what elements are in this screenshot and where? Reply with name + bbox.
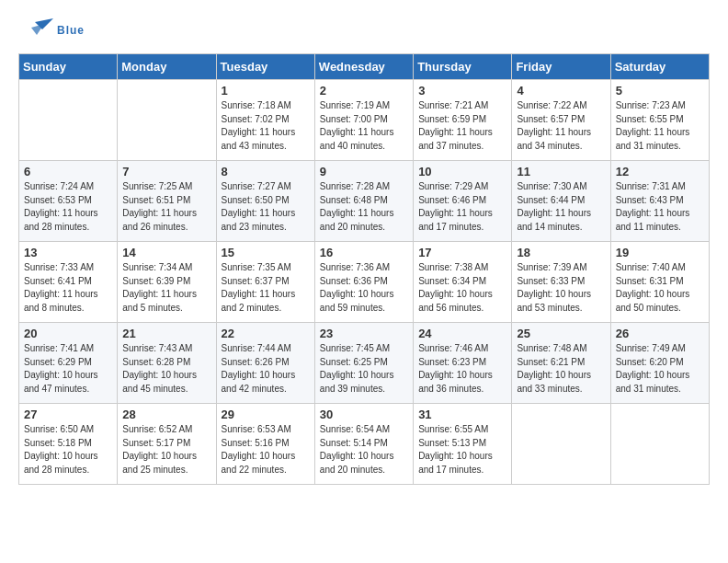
day-cell bbox=[118, 80, 216, 161]
day-cell: 20Sunrise: 7:41 AM Sunset: 6:29 PM Dayli… bbox=[19, 323, 118, 404]
day-info: Sunrise: 7:28 AM Sunset: 6:48 PM Dayligh… bbox=[320, 180, 408, 234]
svg-marker-1 bbox=[31, 24, 44, 35]
day-cell: 1Sunrise: 7:18 AM Sunset: 7:02 PM Daylig… bbox=[216, 80, 314, 161]
week-row-2: 6Sunrise: 7:24 AM Sunset: 6:53 PM Daylig… bbox=[19, 161, 710, 242]
weekday-header-saturday: Saturday bbox=[610, 54, 709, 80]
day-info: Sunrise: 7:22 AM Sunset: 6:57 PM Dayligh… bbox=[517, 99, 605, 153]
day-number: 25 bbox=[517, 327, 605, 340]
day-cell: 18Sunrise: 7:39 AM Sunset: 6:33 PM Dayli… bbox=[512, 242, 610, 323]
weekday-header-sunday: Sunday bbox=[19, 54, 118, 80]
day-number: 4 bbox=[517, 84, 605, 98]
day-info: Sunrise: 7:36 AM Sunset: 6:36 PM Dayligh… bbox=[320, 261, 408, 315]
logo: Blue bbox=[18, 18, 85, 44]
day-info: Sunrise: 7:24 AM Sunset: 6:53 PM Dayligh… bbox=[24, 180, 112, 234]
day-cell: 4Sunrise: 7:22 AM Sunset: 6:57 PM Daylig… bbox=[512, 80, 610, 161]
day-cell: 8Sunrise: 7:27 AM Sunset: 6:50 PM Daylig… bbox=[216, 161, 314, 242]
week-row-4: 20Sunrise: 7:41 AM Sunset: 6:29 PM Dayli… bbox=[19, 323, 710, 404]
logo-icon bbox=[18, 18, 53, 44]
day-info: Sunrise: 6:55 AM Sunset: 5:13 PM Dayligh… bbox=[418, 423, 506, 477]
day-cell: 27Sunrise: 6:50 AM Sunset: 5:18 PM Dayli… bbox=[19, 404, 118, 485]
day-info: Sunrise: 7:34 AM Sunset: 6:39 PM Dayligh… bbox=[122, 261, 210, 315]
day-info: Sunrise: 7:29 AM Sunset: 6:46 PM Dayligh… bbox=[418, 180, 506, 234]
day-info: Sunrise: 6:50 AM Sunset: 5:18 PM Dayligh… bbox=[24, 423, 112, 477]
calendar-table: SundayMondayTuesdayWednesdayThursdayFrid… bbox=[18, 53, 710, 485]
day-cell: 14Sunrise: 7:34 AM Sunset: 6:39 PM Dayli… bbox=[118, 242, 216, 323]
day-cell: 9Sunrise: 7:28 AM Sunset: 6:48 PM Daylig… bbox=[314, 161, 413, 242]
day-info: Sunrise: 7:40 AM Sunset: 6:31 PM Dayligh… bbox=[616, 261, 704, 315]
day-info: Sunrise: 7:30 AM Sunset: 6:44 PM Dayligh… bbox=[517, 180, 605, 234]
day-cell: 31Sunrise: 6:55 AM Sunset: 5:13 PM Dayli… bbox=[414, 404, 512, 485]
day-cell: 21Sunrise: 7:43 AM Sunset: 6:28 PM Dayli… bbox=[118, 323, 216, 404]
day-cell: 25Sunrise: 7:48 AM Sunset: 6:21 PM Dayli… bbox=[512, 323, 610, 404]
week-row-1: 1Sunrise: 7:18 AM Sunset: 7:02 PM Daylig… bbox=[19, 80, 710, 161]
day-number: 14 bbox=[122, 246, 210, 259]
day-number: 3 bbox=[418, 84, 506, 98]
day-info: Sunrise: 7:43 AM Sunset: 6:28 PM Dayligh… bbox=[122, 342, 210, 396]
day-info: Sunrise: 7:45 AM Sunset: 6:25 PM Dayligh… bbox=[320, 342, 408, 396]
day-info: Sunrise: 7:25 AM Sunset: 6:51 PM Dayligh… bbox=[122, 180, 210, 234]
day-cell bbox=[512, 404, 610, 485]
day-number: 12 bbox=[616, 165, 704, 178]
day-number: 23 bbox=[320, 327, 408, 340]
day-number: 5 bbox=[616, 84, 704, 98]
weekday-header-monday: Monday bbox=[118, 54, 216, 80]
day-number: 19 bbox=[616, 246, 704, 259]
weekday-header-row: SundayMondayTuesdayWednesdayThursdayFrid… bbox=[19, 54, 710, 80]
day-cell: 22Sunrise: 7:44 AM Sunset: 6:26 PM Dayli… bbox=[216, 323, 314, 404]
day-info: Sunrise: 7:19 AM Sunset: 7:00 PM Dayligh… bbox=[320, 99, 408, 153]
day-cell: 15Sunrise: 7:35 AM Sunset: 6:37 PM Dayli… bbox=[216, 242, 314, 323]
day-cell: 11Sunrise: 7:30 AM Sunset: 6:44 PM Dayli… bbox=[512, 161, 610, 242]
day-cell: 10Sunrise: 7:29 AM Sunset: 6:46 PM Dayli… bbox=[414, 161, 512, 242]
page-header: Blue bbox=[18, 18, 710, 44]
day-number: 24 bbox=[418, 327, 506, 340]
day-number: 17 bbox=[418, 246, 506, 259]
day-info: Sunrise: 7:27 AM Sunset: 6:50 PM Dayligh… bbox=[222, 180, 310, 234]
day-number: 31 bbox=[418, 408, 506, 421]
day-info: Sunrise: 6:53 AM Sunset: 5:16 PM Dayligh… bbox=[222, 423, 310, 477]
day-cell: 3Sunrise: 7:21 AM Sunset: 6:59 PM Daylig… bbox=[414, 80, 512, 161]
day-number: 9 bbox=[320, 165, 408, 178]
day-cell bbox=[19, 80, 118, 161]
day-cell: 6Sunrise: 7:24 AM Sunset: 6:53 PM Daylig… bbox=[19, 161, 118, 242]
day-number: 28 bbox=[122, 408, 210, 421]
weekday-header-wednesday: Wednesday bbox=[314, 54, 413, 80]
day-info: Sunrise: 7:39 AM Sunset: 6:33 PM Dayligh… bbox=[517, 261, 605, 315]
day-number: 30 bbox=[320, 408, 408, 421]
day-info: Sunrise: 6:52 AM Sunset: 5:17 PM Dayligh… bbox=[122, 423, 210, 477]
day-number: 18 bbox=[517, 246, 605, 259]
day-info: Sunrise: 7:48 AM Sunset: 6:21 PM Dayligh… bbox=[517, 342, 605, 396]
day-cell: 2Sunrise: 7:19 AM Sunset: 7:00 PM Daylig… bbox=[314, 80, 413, 161]
day-cell: 24Sunrise: 7:46 AM Sunset: 6:23 PM Dayli… bbox=[414, 323, 512, 404]
day-number: 27 bbox=[24, 408, 112, 421]
day-info: Sunrise: 7:44 AM Sunset: 6:26 PM Dayligh… bbox=[222, 342, 310, 396]
day-cell: 26Sunrise: 7:49 AM Sunset: 6:20 PM Dayli… bbox=[610, 323, 709, 404]
day-info: Sunrise: 7:18 AM Sunset: 7:02 PM Dayligh… bbox=[222, 99, 310, 153]
day-cell: 5Sunrise: 7:23 AM Sunset: 6:55 PM Daylig… bbox=[610, 80, 709, 161]
day-cell: 19Sunrise: 7:40 AM Sunset: 6:31 PM Dayli… bbox=[610, 242, 709, 323]
week-row-3: 13Sunrise: 7:33 AM Sunset: 6:41 PM Dayli… bbox=[19, 242, 710, 323]
day-info: Sunrise: 7:21 AM Sunset: 6:59 PM Dayligh… bbox=[418, 99, 506, 153]
day-number: 13 bbox=[24, 246, 112, 259]
day-number: 11 bbox=[517, 165, 605, 178]
day-cell: 29Sunrise: 6:53 AM Sunset: 5:16 PM Dayli… bbox=[216, 404, 314, 485]
day-info: Sunrise: 6:54 AM Sunset: 5:14 PM Dayligh… bbox=[320, 423, 408, 477]
day-info: Sunrise: 7:41 AM Sunset: 6:29 PM Dayligh… bbox=[24, 342, 112, 396]
day-number: 29 bbox=[222, 408, 310, 421]
day-info: Sunrise: 7:46 AM Sunset: 6:23 PM Dayligh… bbox=[418, 342, 506, 396]
day-cell: 16Sunrise: 7:36 AM Sunset: 6:36 PM Dayli… bbox=[314, 242, 413, 323]
day-number: 22 bbox=[222, 327, 310, 340]
day-number: 15 bbox=[222, 246, 310, 259]
day-cell: 23Sunrise: 7:45 AM Sunset: 6:25 PM Dayli… bbox=[314, 323, 413, 404]
day-number: 8 bbox=[222, 165, 310, 178]
day-info: Sunrise: 7:49 AM Sunset: 6:20 PM Dayligh… bbox=[616, 342, 704, 396]
day-info: Sunrise: 7:33 AM Sunset: 6:41 PM Dayligh… bbox=[24, 261, 112, 315]
day-cell: 28Sunrise: 6:52 AM Sunset: 5:17 PM Dayli… bbox=[118, 404, 216, 485]
day-cell: 13Sunrise: 7:33 AM Sunset: 6:41 PM Dayli… bbox=[19, 242, 118, 323]
day-number: 6 bbox=[24, 165, 112, 178]
day-cell: 12Sunrise: 7:31 AM Sunset: 6:43 PM Dayli… bbox=[610, 161, 709, 242]
day-number: 2 bbox=[320, 84, 408, 98]
day-cell: 30Sunrise: 6:54 AM Sunset: 5:14 PM Dayli… bbox=[314, 404, 413, 485]
day-cell bbox=[610, 404, 709, 485]
day-info: Sunrise: 7:23 AM Sunset: 6:55 PM Dayligh… bbox=[616, 99, 704, 153]
weekday-header-friday: Friday bbox=[512, 54, 610, 80]
